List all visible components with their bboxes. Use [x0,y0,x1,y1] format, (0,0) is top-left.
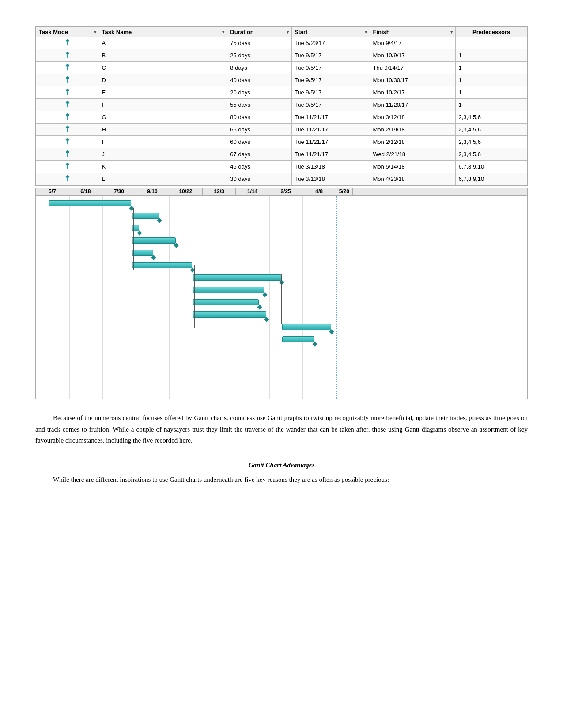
connector-line-2 [194,265,195,327]
start-cell: Tue 11/21/17 [291,148,370,161]
timeline-label: 6/18 [69,188,103,195]
sort-arrow-duration: ▾ [287,30,289,34]
task-mode-icon [64,66,72,72]
finish-cell: Mon 2/12/18 [370,136,456,148]
bar-end-marker [329,329,334,334]
table-row: B25 daysTue 9/5/17Mon 10/9/171 [36,49,527,62]
text-section: Because of the numerous central focuses … [35,413,528,486]
gantt-bar [282,324,332,330]
timeline-label: 5/7 [36,188,69,195]
task-mode-icon [64,140,72,146]
table-row: H65 daysTue 11/21/17Mon 2/19/182,3,4,5,6 [36,124,527,136]
timeline-label: 5/20 [336,188,353,195]
table-row: J67 daysTue 11/21/17Wed 2/21/182,3,4,5,6 [36,148,527,161]
predecessors-cell: 1 [456,99,527,111]
bar-end-marker [313,341,317,346]
timeline-label: 4/8 [302,188,336,195]
timeline-label: 12/3 [203,188,236,195]
timeline-label: 9/10 [136,188,170,195]
sort-arrow-finish: ▾ [450,30,453,34]
task-mode-cell [36,173,99,185]
finish-cell: Mon 10/30/17 [370,74,456,86]
predecessors-cell: 2,3,4,5,6 [456,111,527,124]
svg-point-7 [67,131,68,132]
start-cell: Tue 9/5/17 [291,62,370,74]
gantt-timeline-header: 5/76/187/309/1010/2212/31/142/254/85/20 [36,188,527,196]
table-row: E20 daysTue 9/5/17Mon 10/2/171 [36,86,527,99]
gantt-bar [132,213,159,219]
task-name-cell: K [99,161,227,173]
task-mode-icon [64,90,72,97]
bar-end-marker [257,304,262,309]
task-mode-icon [64,103,72,109]
task-mode-cell [36,37,99,49]
col-header-start[interactable]: Start ▾ [291,27,370,37]
duration-cell: 67 days [227,148,291,161]
table-row: C8 daysTue 9/5/17Thu 9/14/171 [36,62,527,74]
duration-cell: 20 days [227,86,291,99]
task-name-cell: L [99,173,227,185]
gantt-bar [193,287,264,293]
table-row: L30 daysTue 3/13/18Mon 4/23/186,7,8,9,10 [36,173,527,185]
finish-cell: Thu 9/14/17 [370,62,456,74]
task-mode-cell [36,148,99,161]
sort-arrow-name: ▾ [222,30,224,34]
table-row: F55 daysTue 9/5/17Mon 11/20/171 [36,99,527,111]
table-row: D40 daysTue 9/5/17Mon 10/30/171 [36,74,527,86]
task-mode-cell [36,111,99,124]
grid-line [169,196,170,399]
col-header-task-name[interactable]: Task Name ▾ [99,27,227,37]
paragraph-1: Because of the numerous central focuses … [35,413,528,447]
grid-line [302,196,303,399]
duration-cell: 75 days [227,37,291,49]
sort-arrow-start: ▾ [365,30,367,34]
finish-cell: Wed 2/21/18 [370,148,456,161]
col-header-finish[interactable]: Finish ▾ [370,27,456,37]
svg-point-4 [67,94,68,95]
grid-line [236,196,236,399]
connector-h-1 [194,327,195,328]
duration-cell: 80 days [227,111,291,124]
col-header-duration[interactable]: Duration ▾ [227,27,291,37]
task-mode-cell [36,74,99,86]
task-mode-icon [64,128,72,134]
svg-point-1 [67,56,68,58]
task-mode-cell [36,99,99,111]
finish-cell: Mon 5/14/18 [370,161,456,173]
table-row: A75 daysTue 5/23/17Mon 9/4/17 [36,37,527,49]
gantt-bar [49,200,131,206]
svg-point-10 [67,168,68,169]
svg-point-8 [67,143,68,144]
gantt-bar [193,311,266,318]
start-cell: Tue 5/23/17 [291,37,370,49]
task-name-cell: A [99,37,227,49]
svg-point-5 [67,106,68,107]
finish-cell: Mon 9/4/17 [370,37,456,49]
grid-line [269,196,270,399]
finish-cell: Mon 11/20/17 [370,99,456,111]
gantt-bar [193,274,281,281]
task-mode-cell [36,124,99,136]
bar-end-marker [264,317,269,322]
finish-cell: Mon 2/19/18 [370,124,456,136]
gantt-body [36,196,527,399]
gantt-bar [132,237,176,244]
duration-cell: 25 days [227,49,291,62]
svg-point-0 [67,44,68,45]
finish-cell: Mon 4/23/18 [370,173,456,185]
start-cell: Tue 3/13/18 [291,161,370,173]
finish-cell: Mon 10/9/17 [370,49,456,62]
timeline-label: 1/14 [236,188,269,195]
svg-point-9 [67,155,68,157]
bar-end-marker [157,218,162,223]
task-name-cell: J [99,148,227,161]
svg-point-11 [67,180,68,181]
gantt-bar [132,262,193,268]
task-mode-icon [64,78,72,85]
col-header-predecessors: Predecessors [456,27,527,37]
gantt-chart-container: 5/76/187/309/1010/2212/31/142/254/85/20 [35,188,528,399]
timeline-label: 2/25 [269,188,303,195]
svg-point-3 [67,81,68,83]
predecessors-cell [456,37,527,49]
table-row: I60 daysTue 11/21/17Mon 2/12/182,3,4,5,6 [36,136,527,148]
